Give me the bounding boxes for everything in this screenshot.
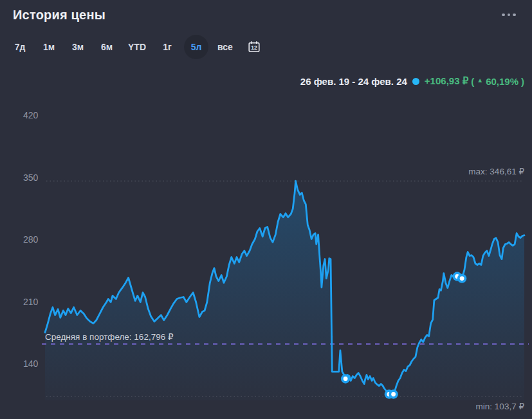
y-tick-280: 280 [23,234,38,245]
y-tick-350: 350 [23,172,38,183]
y-tick-140: 140 [23,358,38,369]
y-tick-210: 210 [23,297,38,307]
max-label: max: 346,61 ₽ [468,166,524,176]
event-marker-dot [391,392,396,396]
price-chart-svg[interactable] [0,0,532,419]
price-history-card: История цены 7д1м3м6мYTD1г5лвсе 12 26 фе… [0,0,532,419]
average-label: Средняя в портфеле: 162,796 ₽ [45,331,174,342]
min-label: min: 103,7 ₽ [476,401,524,411]
event-marker-dot [460,276,464,281]
y-tick-420: 420 [23,110,38,120]
event-marker-dot [344,377,348,381]
chart-area: 420350280210140 max: 346,61 ₽ min: 103,7… [0,0,532,419]
